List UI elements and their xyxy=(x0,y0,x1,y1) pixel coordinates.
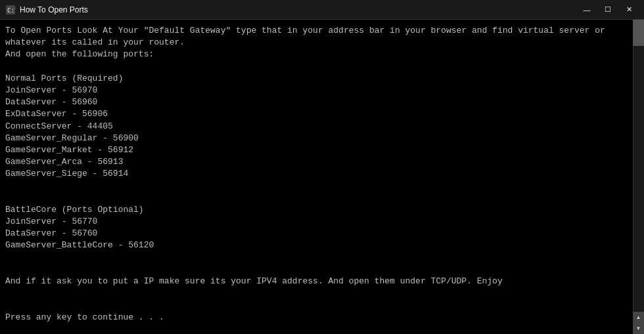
titlebar: C:\ How To Open Ports — ☐ ✕ xyxy=(0,0,644,20)
main-window: C:\ How To Open Ports — ☐ ✕ To Open Port… xyxy=(0,0,644,334)
maximize-button[interactable]: ☐ xyxy=(598,3,618,16)
scrollbar-arrow-up[interactable]: ▲ xyxy=(633,312,644,323)
titlebar-controls: — ☐ ✕ xyxy=(577,3,639,16)
scrollbar[interactable]: ▲ ▼ xyxy=(633,20,644,334)
window-title: How To Open Ports xyxy=(20,5,88,14)
close-button[interactable]: ✕ xyxy=(619,3,639,16)
content-area: To Open Ports Look At Your "Default Gate… xyxy=(0,20,644,334)
minimize-button[interactable]: — xyxy=(577,3,597,16)
svg-text:C:\: C:\ xyxy=(7,7,15,14)
titlebar-left: C:\ How To Open Ports xyxy=(5,5,88,15)
terminal-icon: C:\ xyxy=(5,5,16,15)
scrollbar-arrow-down[interactable]: ▼ xyxy=(633,323,644,334)
scrollbar-thumb[interactable] xyxy=(633,20,644,46)
terminal-output: To Open Ports Look At Your "Default Gate… xyxy=(0,20,644,329)
